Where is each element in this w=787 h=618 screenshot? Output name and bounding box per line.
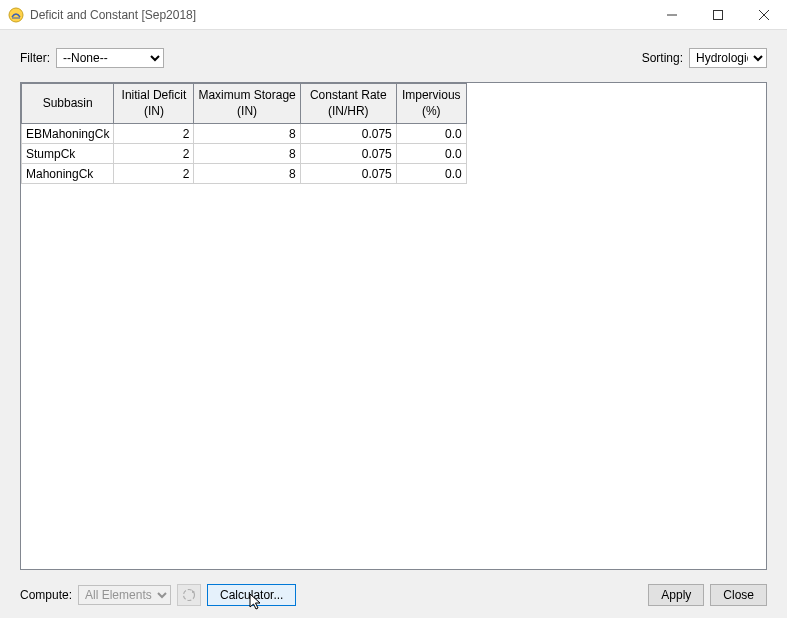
app-icon [8,7,24,23]
svg-point-0 [9,8,23,22]
svg-rect-2 [714,10,723,19]
window-controls [649,0,787,29]
cell-max-storage[interactable]: 8 [194,144,300,164]
cell-impervious[interactable]: 0.0 [396,124,466,144]
col-header-constant-rate[interactable]: Constant Rate(IN/HR) [300,84,396,124]
col-header-max-storage[interactable]: Maximum Storage(IN) [194,84,300,124]
cell-constant-rate[interactable]: 0.075 [300,164,396,184]
calculator-button[interactable]: Calculator... [207,584,296,606]
col-header-subbasin[interactable]: Subbasin [22,84,114,124]
bottom-toolbar: Compute: All Elements Calculator... Appl… [20,584,767,606]
close-button[interactable]: Close [710,584,767,606]
cell-initial-deficit[interactable]: 2 [114,164,194,184]
window-title: Deficit and Constant [Sep2018] [30,8,649,22]
table-header-row: Subbasin Initial Deficit(IN) Maximum Sto… [22,84,467,124]
cell-constant-rate[interactable]: 0.075 [300,124,396,144]
data-table: Subbasin Initial Deficit(IN) Maximum Sto… [21,83,467,184]
cell-subbasin[interactable]: MahoningCk [22,164,114,184]
compute-run-button[interactable] [177,584,201,606]
cell-max-storage[interactable]: 8 [194,164,300,184]
compute-label: Compute: [20,588,72,602]
filter-label: Filter: [20,51,50,65]
sorting-select[interactable]: Hydrologic [689,48,767,68]
sorting-label: Sorting: [642,51,683,65]
table-container[interactable]: Subbasin Initial Deficit(IN) Maximum Sto… [20,82,767,570]
maximize-button[interactable] [695,0,741,29]
cell-impervious[interactable]: 0.0 [396,164,466,184]
cell-impervious[interactable]: 0.0 [396,144,466,164]
cell-subbasin[interactable]: EBMahoningCk [22,124,114,144]
cell-max-storage[interactable]: 8 [194,124,300,144]
table-row[interactable]: StumpCk280.0750.0 [22,144,467,164]
filter-select[interactable]: --None-- [56,48,164,68]
cell-subbasin[interactable]: StumpCk [22,144,114,164]
compute-select: All Elements [78,585,171,605]
cell-initial-deficit[interactable]: 2 [114,124,194,144]
top-toolbar: Filter: --None-- Sorting: Hydrologic [20,48,767,68]
table-row[interactable]: EBMahoningCk280.0750.0 [22,124,467,144]
col-header-initial-deficit[interactable]: Initial Deficit(IN) [114,84,194,124]
content-area: Filter: --None-- Sorting: Hydrologic Sub… [0,30,787,618]
cell-constant-rate[interactable]: 0.075 [300,144,396,164]
cell-initial-deficit[interactable]: 2 [114,144,194,164]
apply-button[interactable]: Apply [648,584,704,606]
col-header-impervious[interactable]: Impervious(%) [396,84,466,124]
table-row[interactable]: MahoningCk280.0750.0 [22,164,467,184]
close-window-button[interactable] [741,0,787,29]
titlebar: Deficit and Constant [Sep2018] [0,0,787,30]
minimize-button[interactable] [649,0,695,29]
